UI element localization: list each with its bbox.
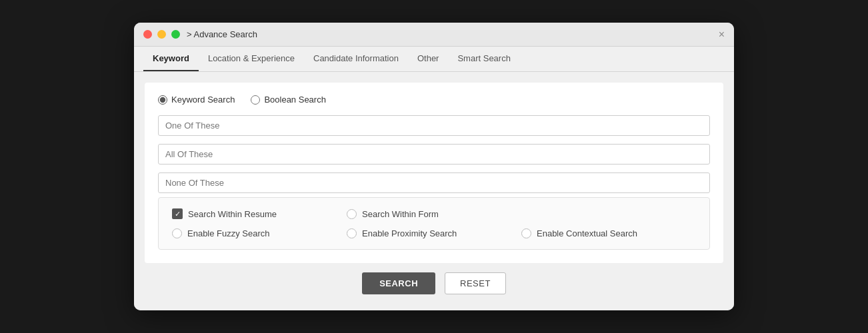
content-area: Keyword Search Boolean Search ✓ (134, 72, 734, 310)
reset-button[interactable]: RESET (445, 272, 506, 294)
one-of-these-input[interactable] (158, 115, 710, 136)
checkmark-icon: ✓ (175, 210, 181, 218)
boolean-search-radio[interactable] (251, 95, 260, 105)
search-panel: Keyword Search Boolean Search ✓ (145, 83, 723, 263)
app-window: > Advance Search × Keyword Location & Ex… (134, 23, 734, 310)
search-within-resume-checkbox[interactable]: ✓ (172, 208, 183, 219)
enable-proximity-search-label: Enable Proximity Search (362, 228, 457, 238)
keyword-search-radio[interactable] (158, 95, 167, 105)
tab-candidate[interactable]: Candidate Information (304, 47, 408, 71)
footer: SEARCH RESET (145, 263, 723, 301)
enable-fuzzy-search-label: Enable Fuzzy Search (187, 228, 270, 238)
tab-keyword[interactable]: Keyword (143, 47, 199, 71)
search-within-form-col: Search Within Form (347, 209, 521, 219)
search-within-form-radio[interactable] (347, 209, 357, 219)
title-bar: > Advance Search × (134, 23, 734, 47)
enable-contextual-search-col: Enable Contextual Search (521, 228, 696, 238)
keyword-search-radio-label[interactable]: Keyword Search (158, 95, 235, 105)
tab-smart[interactable]: Smart Search (448, 47, 519, 71)
options-row-2: Enable Fuzzy Search Enable Proximity Sea… (172, 228, 696, 238)
tab-location[interactable]: Location & Experience (199, 47, 304, 71)
enable-proximity-search-radio[interactable] (347, 228, 357, 238)
tab-other[interactable]: Other (408, 47, 449, 71)
all-of-these-input[interactable] (158, 144, 710, 165)
close-traffic-light[interactable] (143, 30, 152, 39)
options-panel: ✓ Search Within Resume Search Within For… (158, 197, 710, 250)
enable-contextual-search-label: Enable Contextual Search (537, 228, 637, 238)
close-button[interactable]: × (719, 29, 725, 40)
none-of-these-input[interactable] (158, 172, 710, 193)
maximize-traffic-light[interactable] (171, 30, 180, 39)
minimize-traffic-light[interactable] (157, 30, 166, 39)
tabs-bar: Keyword Location & Experience Candidate … (134, 47, 734, 72)
search-button[interactable]: SEARCH (362, 272, 435, 294)
enable-fuzzy-search-radio[interactable] (172, 228, 182, 238)
traffic-lights (143, 30, 180, 39)
boolean-search-radio-label[interactable]: Boolean Search (251, 95, 326, 105)
search-within-form-label: Search Within Form (362, 209, 439, 219)
search-within-resume-label: Search Within Resume (188, 209, 277, 219)
search-type-row: Keyword Search Boolean Search (158, 95, 710, 105)
keyword-search-label: Keyword Search (171, 95, 235, 105)
options-row-1: ✓ Search Within Resume Search Within For… (172, 208, 696, 219)
window-title: > Advance Search (187, 29, 257, 39)
enable-proximity-search-col: Enable Proximity Search (347, 228, 521, 238)
boolean-search-label: Boolean Search (264, 95, 326, 105)
enable-contextual-search-radio[interactable] (521, 228, 531, 238)
search-within-resume-col: ✓ Search Within Resume (172, 208, 347, 219)
enable-fuzzy-search-col: Enable Fuzzy Search (172, 228, 347, 238)
